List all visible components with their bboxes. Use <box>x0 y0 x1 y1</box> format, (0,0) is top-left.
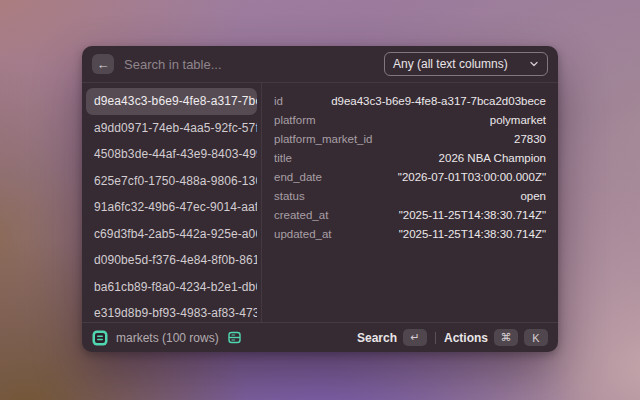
field-value: d9ea43c3-b6e9-4fe8-a317-7bca2d03bece <box>331 95 546 107</box>
field-key: status <box>274 190 305 202</box>
field-key: title <box>274 152 292 164</box>
status-bar: markets (100 rows) Search ↵ Actions ⌘ K <box>82 322 558 352</box>
list-item[interactable]: d9ea43c3-b6e9-4fe8-a317-7bca2d... <box>86 88 257 115</box>
list-item[interactable]: a9dd0971-74eb-4aa5-92fc-57f79e5... <box>86 115 257 142</box>
command-key-icon: ⌘ <box>494 329 518 346</box>
field-key: platform <box>274 114 316 126</box>
field-value: 2026 NBA Champion <box>439 152 546 164</box>
k-key-icon: K <box>524 329 548 346</box>
detail-row[interactable]: end_date "2026-07-01T03:00:00.000Z" <box>274 167 546 186</box>
enter-key-icon: ↵ <box>403 329 427 346</box>
field-value: "2025-11-25T14:38:30.714Z" <box>399 228 546 240</box>
table-icon[interactable] <box>92 330 108 346</box>
field-value: "2025-11-25T14:38:30.714Z" <box>399 209 546 221</box>
detail-row[interactable]: created_at "2025-11-25T14:38:30.714Z" <box>274 205 546 224</box>
field-value: "2026-07-01T03:00:00.000Z" <box>398 171 546 183</box>
search-input[interactable] <box>122 56 376 73</box>
list-item[interactable]: ba61cb89-f8a0-4234-b2e1-db07a6... <box>86 274 257 301</box>
record-detail-panel: id d9ea43c3-b6e9-4fe8-a317-7bca2d03bece … <box>262 83 558 322</box>
content-area: d9ea43c3-b6e9-4fe8-a317-7bca2d... a9dd09… <box>82 83 558 322</box>
back-button[interactable]: ← <box>92 54 114 74</box>
field-key: id <box>274 95 283 107</box>
chevron-down-icon <box>529 59 539 69</box>
rows-view-icon[interactable] <box>227 330 242 345</box>
search-action[interactable]: Search ↵ <box>357 329 427 346</box>
table-browser-window: ← Any (all text columns) d9ea43c3-b6e9-4… <box>82 46 558 352</box>
field-key: platform_market_id <box>274 133 372 145</box>
list-item[interactable]: c69d3fb4-2ab5-442a-925e-a002ad... <box>86 221 257 248</box>
actions-action-label: Actions <box>444 331 488 345</box>
detail-row[interactable]: status open <box>274 186 546 205</box>
list-item[interactable]: d090be5d-f376-4e84-8f0b-8611b6f... <box>86 247 257 274</box>
field-value: open <box>520 190 546 202</box>
field-key: end_date <box>274 171 322 183</box>
detail-row[interactable]: id d9ea43c3-b6e9-4fe8-a317-7bca2d03bece <box>274 91 546 110</box>
table-name-label: markets (100 rows) <box>116 331 219 345</box>
list-item[interactable]: 91a6fc32-49b6-47ec-9014-aaf3fcf0... <box>86 194 257 221</box>
search-header: ← Any (all text columns) <box>82 46 558 83</box>
back-arrow-icon: ← <box>97 57 110 72</box>
actions-action[interactable]: Actions ⌘ K <box>444 329 548 346</box>
detail-row[interactable]: platform_market_id 27830 <box>274 129 546 148</box>
detail-row[interactable]: updated_at "2025-11-25T14:38:30.714Z" <box>274 224 546 243</box>
column-filter-dropdown[interactable]: Any (all text columns) <box>384 52 548 76</box>
list-item[interactable]: 625e7cf0-1750-488a-9806-130ffd6... <box>86 168 257 195</box>
detail-row[interactable]: title 2026 NBA Champion <box>274 148 546 167</box>
field-key: created_at <box>274 209 328 221</box>
footer-divider <box>435 332 436 344</box>
field-value: 27830 <box>514 133 546 145</box>
list-item[interactable]: 4508b3de-44af-43e9-8403-499e2... <box>86 141 257 168</box>
column-filter-value: Any (all text columns) <box>393 57 508 71</box>
row-id-list: d9ea43c3-b6e9-4fe8-a317-7bca2d... a9dd09… <box>82 83 262 322</box>
field-key: updated_at <box>274 228 332 240</box>
list-item[interactable]: e319d8b9-bf93-4983-af83-473a89... <box>86 300 257 322</box>
field-value: polymarket <box>490 114 546 126</box>
search-action-label: Search <box>357 331 397 345</box>
detail-row[interactable]: platform polymarket <box>274 110 546 129</box>
